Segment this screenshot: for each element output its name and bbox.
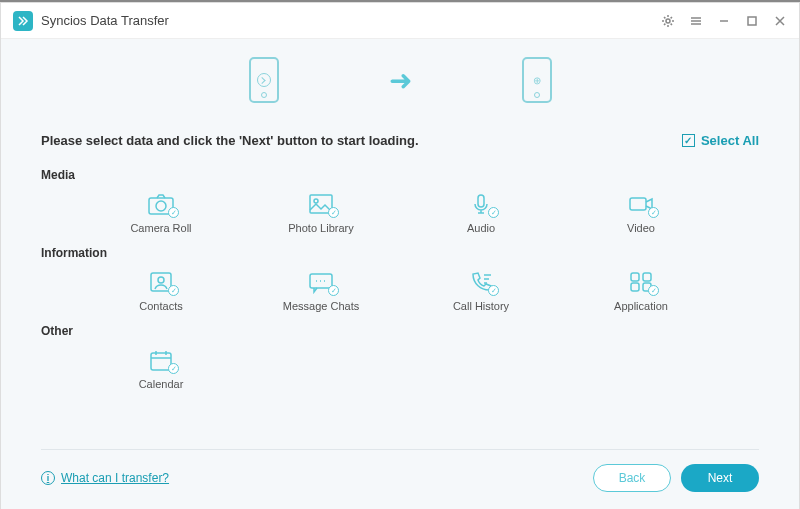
item-call-history[interactable]: Call History xyxy=(401,270,561,312)
app-window: Syncios Data Transfer ➜ ⊕ Please select … xyxy=(0,2,800,509)
section-other: Other Calendar xyxy=(41,324,759,390)
svg-rect-12 xyxy=(643,273,651,281)
footer: i What can I transfer? Back Next xyxy=(41,449,759,509)
instruction-row: Please select data and click the 'Next' … xyxy=(41,125,759,168)
select-all-toggle[interactable]: Select All xyxy=(682,133,759,148)
item-camera-roll[interactable]: Camera Roll xyxy=(81,192,241,234)
call-icon xyxy=(467,270,495,294)
select-all-checkbox-icon xyxy=(682,134,695,147)
svg-point-0 xyxy=(666,19,670,23)
help-text: What can I transfer? xyxy=(61,471,169,485)
photo-icon xyxy=(307,192,335,216)
section-title: Information xyxy=(41,246,759,260)
section-title: Media xyxy=(41,168,759,182)
calendar-icon xyxy=(147,348,175,372)
svg-rect-6 xyxy=(478,195,484,207)
svg-rect-1 xyxy=(748,17,756,25)
item-label: Contacts xyxy=(139,300,182,312)
back-button[interactable]: Back xyxy=(593,464,671,492)
info-icon: i xyxy=(41,471,55,485)
item-label: Video xyxy=(627,222,655,234)
section-title: Other xyxy=(41,324,759,338)
app-logo xyxy=(13,11,33,31)
item-calendar[interactable]: Calendar xyxy=(81,348,241,390)
close-icon[interactable] xyxy=(773,14,787,28)
application-icon xyxy=(627,270,655,294)
window-controls xyxy=(661,14,787,28)
section-information: Information Contacts Message Chats xyxy=(41,246,759,312)
device-row: ➜ ⊕ xyxy=(41,39,759,125)
source-phone-icon xyxy=(249,57,279,103)
menu-icon[interactable] xyxy=(689,14,703,28)
gear-icon[interactable] xyxy=(661,14,675,28)
camera-icon xyxy=(147,192,175,216)
instruction-text: Please select data and click the 'Next' … xyxy=(41,133,419,148)
app-title: Syncios Data Transfer xyxy=(41,13,661,28)
select-all-label: Select All xyxy=(701,133,759,148)
item-label: Application xyxy=(614,300,668,312)
next-button[interactable]: Next xyxy=(681,464,759,492)
item-label: Calendar xyxy=(139,378,184,390)
svg-point-5 xyxy=(314,199,318,203)
item-label: Photo Library xyxy=(288,222,353,234)
item-label: Message Chats xyxy=(283,300,359,312)
minimize-icon[interactable] xyxy=(717,14,731,28)
item-label: Camera Roll xyxy=(130,222,191,234)
other-grid: Calendar xyxy=(41,348,759,390)
video-icon xyxy=(627,192,655,216)
titlebar: Syncios Data Transfer xyxy=(1,3,799,39)
footer-buttons: Back Next xyxy=(593,464,759,492)
item-photo-library[interactable]: Photo Library xyxy=(241,192,401,234)
message-icon xyxy=(307,270,335,294)
item-label: Audio xyxy=(467,222,495,234)
svg-rect-11 xyxy=(631,273,639,281)
audio-icon xyxy=(467,192,495,216)
item-label: Call History xyxy=(453,300,509,312)
main-content: ➜ ⊕ Please select data and click the 'Ne… xyxy=(1,39,799,509)
help-link[interactable]: i What can I transfer? xyxy=(41,471,169,485)
arrow-icon: ➜ xyxy=(389,64,412,97)
maximize-icon[interactable] xyxy=(745,14,759,28)
item-contacts[interactable]: Contacts xyxy=(81,270,241,312)
media-grid: Camera Roll Photo Library Audio xyxy=(41,192,759,234)
information-grid: Contacts Message Chats Call History xyxy=(41,270,759,312)
svg-rect-13 xyxy=(631,283,639,291)
svg-point-3 xyxy=(156,201,166,211)
item-message-chats[interactable]: Message Chats xyxy=(241,270,401,312)
section-media: Media Camera Roll Photo Library xyxy=(41,168,759,234)
contacts-icon xyxy=(147,270,175,294)
svg-point-9 xyxy=(158,277,164,283)
target-phone-icon: ⊕ xyxy=(522,57,552,103)
item-audio[interactable]: Audio xyxy=(401,192,561,234)
item-video[interactable]: Video xyxy=(561,192,721,234)
svg-rect-7 xyxy=(630,198,646,210)
item-application[interactable]: Application xyxy=(561,270,721,312)
